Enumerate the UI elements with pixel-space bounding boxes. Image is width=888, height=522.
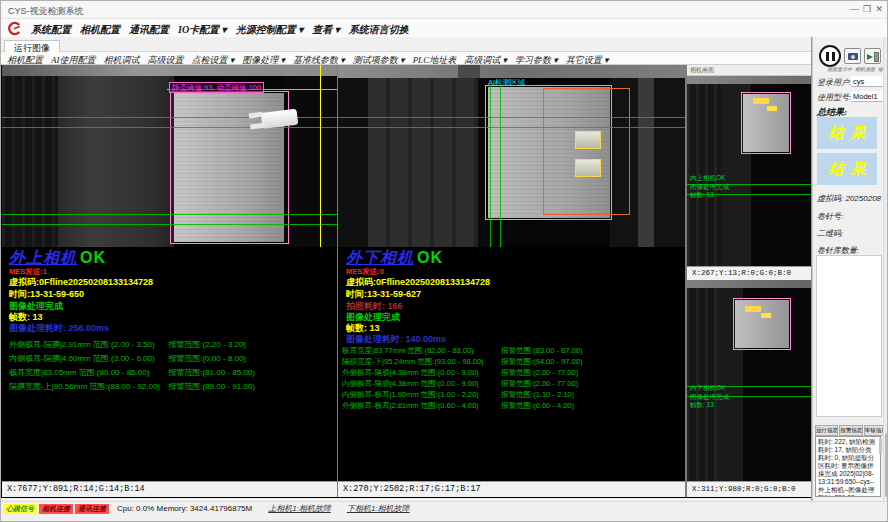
- measurement-row: 隔膜宽度-上|90.56mm 范围:(88.00 - 92.00) 报警范围:(…: [9, 381, 335, 395]
- menu-item[interactable]: 系统语言切换: [349, 23, 409, 37]
- toolbar-item[interactable]: 高级调试 ▾: [464, 54, 507, 65]
- machine-right-zone: [284, 76, 337, 247]
- comm-connection-badge: 通讯连接: [75, 504, 109, 514]
- needle-number-label: 卷针号:: [817, 211, 843, 222]
- result-box-1: 结果: [817, 117, 877, 149]
- cpu-memory-text: Cpu: 0.0% Memory: 3424.41796875M: [117, 504, 252, 513]
- small-top-overlay-text: 内上相机OK图像处理完成帧数: 13: [690, 174, 729, 200]
- overlay-line: 图像处理完成: [690, 393, 729, 402]
- close-button-icon[interactable]: ✕: [875, 4, 883, 14]
- arrow-export-icon: [867, 54, 873, 60]
- menu-item[interactable]: 光源控制配置 ▾: [236, 23, 304, 37]
- menu-bar: 系统配置相机配置通讯配置IO卡配置 ▾光源控制配置 ▾查看 ▾系统语言切换: [1, 19, 888, 37]
- small-top-camera-image[interactable]: 内上相机OK图像处理完成帧数: 13: [687, 76, 811, 266]
- maximize-button-icon[interactable]: ❐: [863, 4, 871, 14]
- caption-item[interactable]: 画面显示中: [827, 66, 852, 72]
- barcode-line: 虚拟码: 20250208: [817, 193, 881, 204]
- measurement-alarm-range: 报警范围:(2.00 - 77.00): [501, 379, 578, 389]
- measurement-alarm-range: 报警范围:(0.00 - 8.00): [168, 353, 246, 364]
- left-camera-image[interactable]: 静态阈值:93, 动态阈值:100: [2, 65, 337, 247]
- measurement-value: 极耳宽度|83.05mm 范围:(80.00 - 86.00): [9, 367, 166, 378]
- top-camera-fault-link[interactable]: 上相机1:相机故障: [268, 503, 331, 514]
- machine-right-bar: [638, 78, 654, 247]
- app-logo-icon: [7, 21, 22, 36]
- info-tab[interactable]: 报警信息: [839, 425, 862, 436]
- process-time-text: 图像处理耗时: 256.00ms: [9, 322, 109, 335]
- mid-camera-image[interactable]: AI检测区域: [338, 65, 685, 247]
- toolbar-item[interactable]: 其它设置 ▾: [566, 54, 609, 65]
- toolbar-item[interactable]: 相机配置: [7, 54, 43, 65]
- toolbar-item[interactable]: 高级设置: [148, 54, 184, 65]
- toolbar-item[interactable]: PLC地址表: [413, 54, 457, 65]
- machine-top-rail: [687, 280, 811, 288]
- baseline-green-line: [338, 127, 685, 128]
- toolbar-item[interactable]: 学习参数 ▾: [515, 54, 558, 65]
- title-bar: CYS-视觉检测系统 — ❐ ✕: [1, 1, 888, 19]
- model-field: 使用型号: Model1: [817, 92, 888, 104]
- machine-left-frame: [2, 76, 58, 247]
- machine-top-notch: [458, 65, 480, 78]
- measurement-alarm-range: 报警范围:(0.60 - 4.00): [501, 401, 574, 411]
- overlay-line: 图像处理完成: [690, 183, 729, 192]
- info-tabs: 运行信息报警信息审核信息: [815, 425, 887, 436]
- caption-item[interactable]: 相机画面: [855, 66, 875, 72]
- window-title: CYS-视觉检测系统: [8, 5, 84, 18]
- menu-items: 系统配置相机配置通讯配置IO卡配置 ▾光源控制配置 ▾查看 ▾系统语言切换: [31, 19, 418, 37]
- toolbar-item[interactable]: 基准线参数 ▾: [293, 54, 345, 65]
- heartbeat-badge: 心跳信号: [3, 504, 37, 514]
- minimize-button-icon[interactable]: —: [850, 4, 859, 14]
- process-time-text: 图像处理耗时: 140.00ms: [346, 333, 446, 346]
- menu-item[interactable]: 通讯配置: [129, 23, 169, 37]
- measurement-value: 内侧极耳-隔膜|4.38mm 范围:(0.00 - 9.00): [342, 379, 499, 389]
- machine-left-zone: [338, 78, 368, 247]
- roi-box: [733, 298, 791, 350]
- small-bottom-camera-image[interactable]: 内下相机OK图像处理完成帧数: 13: [687, 280, 811, 481]
- ai-roi-box: [543, 88, 630, 215]
- sidebar-scrollbar[interactable]: [883, 37, 888, 501]
- overlay-line: 帧数: 13: [690, 401, 729, 410]
- app-window: CYS-视觉检测系统 — ❐ ✕ 系统配置相机配置通讯配置IO卡配置 ▾光源控制…: [0, 0, 888, 522]
- bottom-camera-fault-link[interactable]: 下相机1:相机故障: [347, 503, 410, 514]
- machine-top-rail: [2, 65, 337, 76]
- connector-clip: [248, 104, 307, 143]
- machine-top-rail: [338, 65, 685, 78]
- small-top-pixel-info: X:267;Y:13;R:0;G:0;B:0: [687, 266, 811, 280]
- mid-measurement-list: 极耳宽度|83.77mm 范围:(82.00 - 88.00) 报警范围:(83…: [342, 346, 668, 412]
- measurement-row: 内侧极耳-隔膜|4.38mm 范围:(0.00 - 9.00) 报警范围:(2.…: [342, 379, 668, 390]
- measurement-value: 隔膜宽度-上|90.56mm 范围:(88.00 - 92.00): [9, 381, 166, 392]
- measurement-value: 外侧极耳-隔膜|4.38mm 范围:(0.00 - 9.00): [342, 368, 499, 378]
- pause-button[interactable]: [819, 45, 841, 67]
- baseline-green-vline: [500, 85, 501, 247]
- measurement-value: 外侧极耳-极耳|2.61mm 范围:(0.60 - 4.00): [342, 401, 499, 411]
- measurement-alarm-range: 报警范围:(2.20 - 3.20): [168, 339, 246, 350]
- measurement-row: 内侧极耳-隔膜|4.60mm 范围:(3.00 - 6.00) 报警范围:(0.…: [9, 353, 335, 367]
- machine-mid-column: [58, 76, 174, 247]
- door-icon: [874, 52, 879, 62]
- login-user-label: 登录用户:: [817, 78, 851, 87]
- toolbar-item[interactable]: 点检设置 ▾: [192, 54, 235, 65]
- menu-item[interactable]: 查看 ▾: [312, 23, 340, 37]
- menu-item[interactable]: IO卡配置 ▾: [178, 23, 227, 37]
- toolbar-item[interactable]: AI使用配置: [51, 54, 96, 65]
- tab-highlight: [575, 131, 601, 149]
- pause-icon: [826, 52, 829, 61]
- export-button[interactable]: [864, 48, 881, 64]
- menu-item[interactable]: 相机配置: [80, 23, 120, 37]
- log-scrollbar-thumb[interactable]: [879, 438, 882, 454]
- toolbar-item[interactable]: 相机调试: [104, 54, 140, 65]
- measurement-alarm-range: 报警范围:(89.00 - 91.00): [168, 381, 255, 392]
- toolbar-item[interactable]: 测试项参数 ▾: [353, 54, 405, 65]
- log-text-box[interactable]: 耗时: 222, 缺陷检测耗时: 17, 缺陷分类耗时: 0, 缺陷提取分区耗时…: [815, 436, 881, 497]
- camera-connection-badge: 相机连接: [39, 504, 73, 514]
- yellow-measure-mark: [753, 98, 769, 104]
- info-tab[interactable]: 运行信息: [815, 425, 838, 436]
- menu-item[interactable]: 系统配置: [31, 23, 71, 37]
- toolbar-item[interactable]: 图像处理 ▾: [242, 54, 285, 65]
- result-list-box[interactable]: [816, 255, 882, 417]
- measurement-alarm-range: 报警范围:(2.00 - 77.00): [501, 368, 578, 378]
- yellow-measure-mark: [745, 306, 761, 312]
- connector-body: [261, 109, 299, 129]
- left-camera-title: 外上相机OK: [9, 248, 106, 269]
- camera-status-ok: OK: [417, 249, 443, 266]
- camera-view-button[interactable]: [844, 48, 861, 64]
